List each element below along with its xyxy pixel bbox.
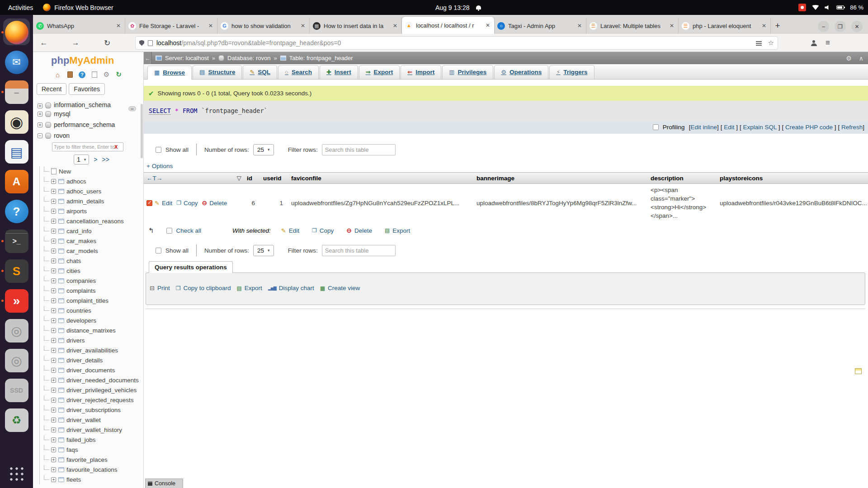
expander-icon[interactable]: − xyxy=(38,133,42,138)
tab-close-icon[interactable]: ✕ xyxy=(300,23,306,29)
pma-tab[interactable]: ⚙ Operations xyxy=(494,65,548,79)
app-grid-icon[interactable] xyxy=(9,466,24,482)
sidebar-tab[interactable]: Favorites xyxy=(69,83,105,95)
sidebar-tab[interactable]: Recent xyxy=(37,83,66,95)
browser-tab[interactable]: ☰ php - Laravel eloquent ✕ xyxy=(679,18,771,34)
expander-icon[interactable]: + xyxy=(51,477,56,482)
filter-rows-input[interactable] xyxy=(322,144,396,155)
table-item[interactable]: + favourite_locations xyxy=(33,465,143,474)
query-operation-link[interactable]: ⊟ Print xyxy=(150,285,170,291)
check-all-label[interactable]: Check all xyxy=(176,227,202,234)
expander-icon[interactable]: + xyxy=(51,358,56,363)
tracking-shield-icon[interactable] xyxy=(139,40,144,46)
expander-icon[interactable]: + xyxy=(51,398,56,403)
table-item[interactable]: + car_models xyxy=(33,246,143,256)
tab-close-icon[interactable]: ✕ xyxy=(761,23,767,29)
reload-icon[interactable]: ↻ xyxy=(102,38,113,48)
expander-icon[interactable]: + xyxy=(51,308,56,313)
expander-icon[interactable]: + xyxy=(51,457,56,462)
tab-close-icon[interactable]: ✕ xyxy=(208,23,214,29)
row-edit-link[interactable]: Edit xyxy=(162,200,172,206)
num-rows-select[interactable]: 25 ▾ xyxy=(253,144,274,155)
expander-icon[interactable]: + xyxy=(51,268,56,273)
browser-tab[interactable]: G how to show validation ✕ xyxy=(217,18,310,34)
table-item[interactable]: + distance_matrixes xyxy=(33,325,143,335)
query-operation-link[interactable]: ❐ Copy to clipboard xyxy=(176,285,231,291)
browser-tab[interactable]: ○ Tagxi - Admin App ✕ xyxy=(494,18,586,34)
trash-dock-item[interactable]: ♻ xyxy=(0,405,33,435)
table-item[interactable]: + driver_documents xyxy=(33,365,143,375)
profiling-link[interactable]: Edit xyxy=(724,124,734,131)
clear-filter-icon[interactable]: X xyxy=(114,144,118,150)
tab-close-icon[interactable]: ✕ xyxy=(392,23,398,29)
with-selected-action[interactable]: ✎ Edit xyxy=(281,227,299,234)
expander-icon[interactable]: + xyxy=(51,338,56,343)
activities-button[interactable]: Activities xyxy=(8,4,33,11)
pma-tab[interactable]: ⇐ Import xyxy=(401,65,441,79)
expander-icon[interactable]: + xyxy=(51,298,56,303)
expander-icon[interactable]: + xyxy=(51,418,56,422)
pma-tab[interactable]: ▦ Browse xyxy=(147,66,192,80)
pma-tab[interactable]: ▤ Structure xyxy=(193,65,242,79)
table-item[interactable]: + developers xyxy=(33,315,143,325)
expander-icon[interactable]: + xyxy=(51,467,56,472)
expander-icon[interactable]: + xyxy=(51,219,56,224)
expander-icon[interactable]: + xyxy=(51,348,56,353)
column-header-description[interactable]: description xyxy=(648,173,717,184)
table-item[interactable]: + chats xyxy=(33,256,143,266)
reload-navigation-icon[interactable]: ↻ xyxy=(115,70,123,79)
expander-icon[interactable]: + xyxy=(38,103,42,108)
query-operation-link[interactable]: ▤ Export xyxy=(237,285,262,291)
pma-tab[interactable]: ○ Search xyxy=(278,65,319,79)
browser-tab[interactable]: ✆ WhatsApp ✕ xyxy=(33,18,125,34)
expander-icon[interactable]: + xyxy=(38,122,42,127)
new-tab-button[interactable]: + xyxy=(771,18,784,34)
expander-icon[interactable]: + xyxy=(51,378,56,383)
column-header-id[interactable]: id xyxy=(244,173,260,184)
site-info-icon[interactable] xyxy=(148,40,153,46)
table-item[interactable]: + driver_availabilities xyxy=(33,345,143,355)
table-item[interactable]: + driver_wallet xyxy=(33,415,143,425)
browser-tab[interactable]: ✿ File Storage - Laravel - ✕ xyxy=(125,18,217,34)
thunderbird-dock-item[interactable]: ✉ xyxy=(0,47,33,77)
logout-door-icon[interactable] xyxy=(66,70,74,79)
expander-icon[interactable]: + xyxy=(51,239,56,244)
query-window-icon[interactable] xyxy=(90,70,99,79)
with-selected-action[interactable]: ▤ Export xyxy=(385,227,410,234)
show-all-checkbox[interactable] xyxy=(156,248,161,253)
cell-faviconfile[interactable]: uploadwebfrontfiles/Zg7HpNGu8nYcah529euF… xyxy=(288,184,474,222)
expander-icon[interactable]: + xyxy=(51,368,56,373)
profiling-checkbox[interactable] xyxy=(653,124,659,130)
database-item[interactable]: + performance_schema xyxy=(33,119,143,130)
pma-tab[interactable]: ✎ SQL xyxy=(243,65,277,79)
battery-icon[interactable] xyxy=(836,5,844,9)
settings-gear-icon[interactable]: ⚙ xyxy=(103,70,111,79)
row-checkbox[interactable] xyxy=(146,200,152,206)
column-header-userid[interactable]: userid xyxy=(260,173,288,184)
system-tray[interactable]: 86 % xyxy=(798,0,863,15)
breadcrumb-server[interactable]: Server: localhost xyxy=(165,55,209,61)
pma-tab[interactable]: ✚ Insert xyxy=(320,65,358,79)
help-icon[interactable]: ? xyxy=(78,70,86,79)
home-icon[interactable]: ⌂ xyxy=(54,70,62,79)
next-page-link[interactable]: > xyxy=(94,156,97,163)
tab-close-icon[interactable]: ✕ xyxy=(485,22,491,28)
browser-tab[interactable]: ☰ Laravel: Multiple tables ✕ xyxy=(586,18,679,34)
wifi-icon[interactable] xyxy=(812,5,819,10)
expander-icon[interactable]: + xyxy=(51,278,56,283)
volume-icon[interactable] xyxy=(825,5,830,10)
table-item[interactable]: + driver_wallet_history xyxy=(33,425,143,435)
cell-bannerimage[interactable]: uploadwebfrontfiles/8bRYJTogHyYp6Mg98qrF… xyxy=(474,184,648,222)
table-item[interactable]: + driver_details xyxy=(33,355,143,365)
firefox-dock-item[interactable] xyxy=(0,18,33,47)
reader-view-icon[interactable] xyxy=(756,40,762,46)
table-item[interactable]: + car_makes xyxy=(33,236,143,246)
sort-icon[interactable]: ▽ xyxy=(237,174,241,182)
check-all-checkbox[interactable] xyxy=(166,228,172,234)
phpmyadmin-logo[interactable]: phpMyAdmin xyxy=(51,55,143,66)
row-copy-link[interactable]: Copy xyxy=(184,200,198,206)
options-toggle-link[interactable]: + Options xyxy=(146,163,868,169)
database-item[interactable]: + mysql xyxy=(33,108,143,119)
expander-icon[interactable]: + xyxy=(38,112,42,117)
table-item[interactable]: + complaint_titles xyxy=(33,296,143,305)
